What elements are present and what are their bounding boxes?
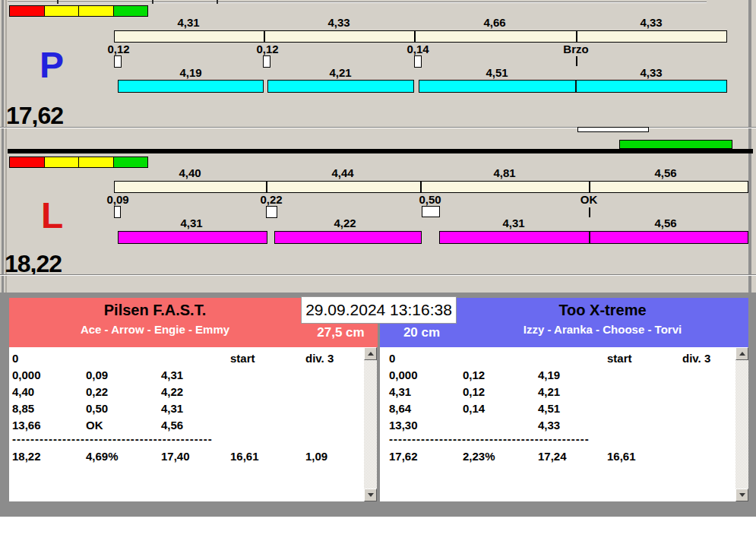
table-separator: ----------------------------------------… bbox=[12, 435, 213, 443]
p-crossing-label-3: 0,14 bbox=[406, 43, 429, 55]
cell: 4,51 bbox=[538, 401, 560, 416]
cell: 4,33 bbox=[538, 418, 560, 433]
p-crossing-tick bbox=[576, 56, 577, 66]
l-crossing-label-4: OK bbox=[580, 194, 598, 205]
scroll-down-button[interactable] bbox=[364, 489, 377, 501]
l-leg-label-1: 4,31 bbox=[180, 217, 202, 229]
l-crossing-box-3 bbox=[422, 206, 440, 217]
l-lane-letter: L bbox=[41, 198, 63, 234]
cell: 8,85 bbox=[12, 401, 34, 416]
l-leg-bar-1 bbox=[118, 231, 267, 244]
header-cell: div. 3 bbox=[305, 351, 334, 366]
arrow-up-icon bbox=[739, 352, 745, 356]
p-lane-letter: P bbox=[40, 47, 64, 84]
p-crossing-box-1 bbox=[114, 55, 122, 68]
p-aux-white-bar bbox=[577, 127, 649, 132]
table-row: 13,66 OK 4,56 bbox=[9, 418, 364, 433]
p-leg-bar-3-4 bbox=[419, 80, 727, 93]
l-leg-label-3: 4,31 bbox=[502, 217, 524, 229]
cell: 8,64 bbox=[389, 401, 411, 416]
l-crossing-box-1 bbox=[114, 206, 121, 218]
l-split-label-2: 4,44 bbox=[331, 167, 353, 179]
total-cell: 17,24 bbox=[538, 449, 567, 464]
l-crossing-label-1: 0,09 bbox=[106, 194, 128, 205]
table-totals-row: 18,22 4,69% 17,40 16,61 1,09 bbox=[9, 449, 364, 464]
split-divider bbox=[576, 30, 577, 43]
p-crossing-box-3 bbox=[414, 55, 422, 68]
header-cell: 0 bbox=[12, 351, 18, 366]
arrow-up-icon bbox=[368, 352, 374, 356]
cell: 4,21 bbox=[538, 384, 560, 400]
p-crossing-label-1: 0,12 bbox=[107, 43, 129, 55]
p-leg-bar-1 bbox=[118, 80, 264, 93]
light-green bbox=[114, 6, 148, 16]
l-total-time: 18,22 bbox=[5, 251, 62, 276]
cell: 4,31 bbox=[161, 401, 183, 416]
left-table-scrollbar[interactable] bbox=[364, 347, 377, 501]
datetime-display: 29.09.2024 13:16:38 bbox=[301, 296, 457, 324]
right-team-members: Izzy - Aranka - Choose - Torvi bbox=[457, 323, 748, 336]
l-crossing-label-2: 0,22 bbox=[260, 194, 282, 205]
scroll-up-button[interactable] bbox=[735, 347, 748, 360]
l-panel-separator-line bbox=[0, 274, 756, 276]
scroll-up-button[interactable] bbox=[364, 347, 377, 360]
light-yellow-1 bbox=[45, 6, 80, 16]
header-cell: div. 3 bbox=[682, 351, 710, 366]
l-split-bar bbox=[114, 181, 748, 193]
table-row: 8,64 0,14 4,51 bbox=[380, 401, 735, 416]
p-crossing-label-4: Brzo bbox=[563, 43, 588, 55]
top-tick bbox=[57, 0, 59, 4]
right-results-table: 0 start div. 3 0,000 0,12 4,19 4,31 0,12… bbox=[380, 347, 748, 501]
cell: 13,66 bbox=[12, 418, 41, 433]
cell: 13,30 bbox=[389, 418, 418, 433]
total-cell: 1,09 bbox=[305, 449, 327, 464]
p-aux-green-bar bbox=[619, 140, 732, 149]
l-leg-label-2: 4,22 bbox=[334, 217, 356, 229]
total-cell: 17,62 bbox=[389, 449, 418, 464]
left-team-hurdle-height: 27,5 cm bbox=[304, 325, 378, 340]
total-cell: 17,40 bbox=[161, 449, 190, 464]
p-split-label-3: 4,66 bbox=[483, 17, 505, 28]
cell: 0,12 bbox=[463, 368, 485, 383]
total-cell: 16,61 bbox=[607, 449, 636, 464]
l-leg-label-4: 4,56 bbox=[654, 217, 676, 229]
cell: 0,12 bbox=[463, 384, 485, 400]
light-red bbox=[10, 6, 45, 16]
right-team-name: Too X-treme bbox=[457, 302, 748, 319]
light-yellow-2 bbox=[79, 157, 114, 167]
l-leg-bar-3-4 bbox=[439, 231, 748, 244]
header-cell: start bbox=[230, 351, 255, 366]
l-split-label-1: 4,40 bbox=[179, 167, 201, 179]
total-cell: 18,22 bbox=[12, 449, 41, 464]
p-leg-label-2: 4,21 bbox=[329, 67, 351, 78]
cell: 0,22 bbox=[86, 384, 108, 400]
p-crossing-box-2 bbox=[263, 55, 270, 68]
cell: OK bbox=[86, 418, 103, 433]
table-row: 0,000 0,12 4,19 bbox=[380, 368, 735, 383]
header-cell: 0 bbox=[389, 351, 395, 366]
total-cell: 16,61 bbox=[230, 449, 259, 464]
table-totals-row: 17,62 2,23% 17,24 16,61 bbox=[380, 449, 735, 464]
scroll-down-button[interactable] bbox=[735, 489, 748, 501]
l-crossing-label-3: 0,50 bbox=[419, 194, 441, 205]
split-divider bbox=[414, 30, 416, 43]
window-top-border bbox=[8, 2, 707, 3]
arrow-down-icon bbox=[739, 493, 745, 497]
table-header-row: 0 start div. 3 bbox=[9, 351, 364, 366]
left-results-table: 0 start div. 3 0,000 0,09 4,31 4,40 0,22… bbox=[9, 347, 377, 501]
p-total-time: 17,62 bbox=[6, 103, 63, 128]
table-row: 13,30 4,33 bbox=[380, 418, 735, 433]
cell: 0,000 bbox=[12, 368, 41, 383]
p-split-label-4: 4,33 bbox=[640, 17, 662, 28]
cell: 0,50 bbox=[86, 401, 108, 416]
leg-divider bbox=[575, 81, 577, 92]
light-yellow-2 bbox=[79, 6, 114, 16]
cell: 4,31 bbox=[389, 384, 411, 400]
table-header-row: 0 start div. 3 bbox=[380, 351, 735, 366]
split-divider bbox=[589, 181, 590, 193]
l-crossing-box-2 bbox=[266, 206, 277, 218]
cell: 4,56 bbox=[161, 418, 183, 433]
l-split-label-4: 4,56 bbox=[654, 167, 676, 179]
right-table-scrollbar[interactable] bbox=[735, 347, 748, 501]
leg-divider bbox=[589, 232, 590, 243]
